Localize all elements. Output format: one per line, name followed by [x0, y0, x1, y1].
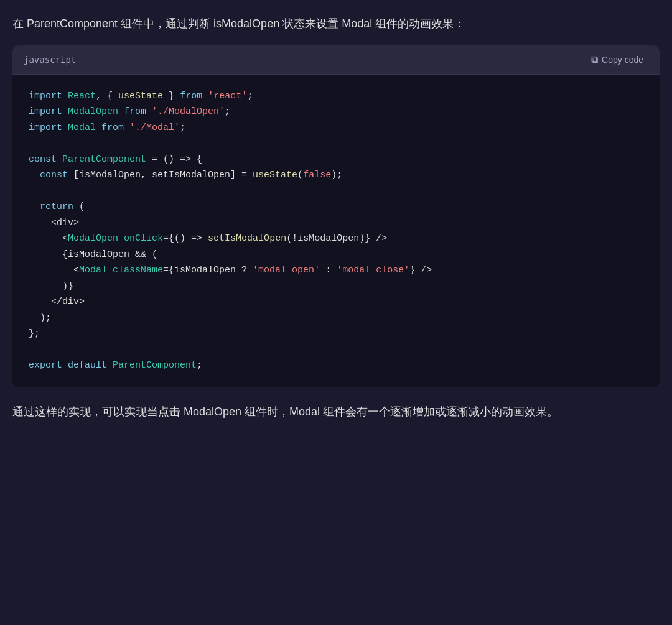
code-line: return (	[29, 199, 643, 215]
code-line: <ModalOpen onClick={() => setIsModalOpen…	[29, 231, 643, 247]
intro-text: 在 ParentComponent 组件中，通过判断 isModalOpen 状…	[12, 15, 660, 33]
code-line	[29, 136, 643, 152]
code-line: )}	[29, 279, 643, 295]
copy-code-label: Copy code	[602, 55, 643, 65]
code-line: import Modal from './Modal';	[29, 120, 643, 136]
code-line: {isModalOpen && (	[29, 247, 643, 263]
code-content: import React, { useState } from 'react';…	[12, 75, 660, 387]
code-block-wrapper: javascript ⧉ Copy code import React, { u…	[12, 45, 660, 387]
code-line	[29, 342, 643, 358]
code-line: };	[29, 326, 643, 342]
code-line	[29, 183, 643, 200]
code-line: <div>	[29, 215, 643, 231]
code-line: const [isModalOpen, setIsModalOpen] = us…	[29, 167, 643, 183]
code-line: <Modal className={isModalOpen ? 'modal o…	[29, 262, 643, 279]
code-line: </div>	[29, 294, 643, 310]
code-line: import ModalOpen from './ModalOpen';	[29, 104, 643, 120]
outro-text: 通过这样的实现，可以实现当点击 ModalOpen 组件时，Modal 组件会有…	[12, 402, 660, 422]
code-line: import React, { useState } from 'react';	[29, 88, 643, 104]
code-lang-label: javascript	[24, 55, 76, 65]
code-block-header: javascript ⧉ Copy code	[12, 45, 660, 75]
code-line: );	[29, 310, 643, 326]
code-line: export default ParentComponent;	[29, 358, 643, 374]
code-line: const ParentComponent = () => {	[29, 152, 643, 168]
copy-code-button[interactable]: ⧉ Copy code	[586, 52, 648, 68]
copy-icon: ⧉	[591, 54, 598, 65]
